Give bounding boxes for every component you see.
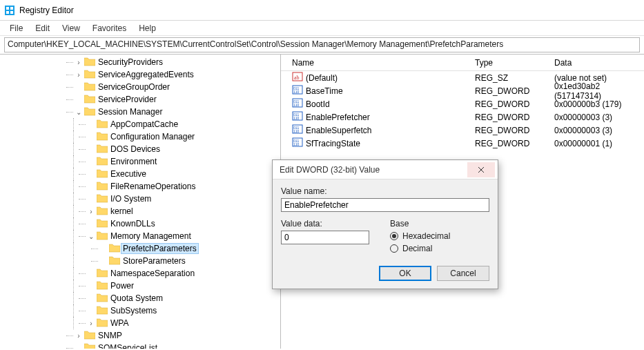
chevron-right-icon[interactable]: ›: [75, 332, 83, 340]
folder-icon: [97, 193, 108, 205]
base-label: Base: [390, 219, 450, 229]
folder-icon: [97, 218, 108, 230]
tree-node[interactable]: KnownDLLs: [69, 217, 280, 230]
tree-node[interactable]: NamespaceSeparation: [69, 267, 280, 280]
tree-node[interactable]: I/O System: [69, 193, 280, 205]
value-name-input[interactable]: [281, 198, 489, 212]
tree-node[interactable]: ›ServiceAggregatedEvents: [69, 68, 280, 81]
tree-label: AppCompatCache: [109, 119, 179, 129]
tree-label: ServiceAggregatedEvents: [97, 70, 195, 79]
tree-node[interactable]: ⌄Memory Management: [69, 230, 280, 242]
folder-icon: [97, 168, 108, 180]
value-row[interactable]: 011110EnablePrefetcherREG_DWORD0x0000000…: [281, 110, 644, 124]
value-row[interactable]: 011110SfTracingStateREG_DWORD0x00000001 …: [281, 137, 644, 150]
svg-text:110: 110: [293, 129, 300, 133]
menu-view[interactable]: View: [62, 23, 80, 33]
menu-favorites[interactable]: Favorites: [92, 23, 126, 33]
address-bar[interactable]: Computer\HKEY_LOCAL_MACHINE\SYSTEM\Curre…: [4, 37, 640, 52]
dialog-titlebar[interactable]: Edit DWORD (32-bit) Value: [273, 160, 498, 179]
value-data: 0x00000003 (3): [554, 113, 644, 122]
chevron-down-icon[interactable]: ⌄: [75, 108, 83, 116]
tree-node[interactable]: SubSystems: [69, 304, 280, 317]
tree-node[interactable]: FileRenameOperations: [69, 180, 280, 193]
value-row[interactable]: 011110BaseTimeREG_DWORD0x1ed30ab2 (51714…: [281, 84, 644, 97]
registry-tree[interactable]: ›SecurityProviders›ServiceAggregatedEven…: [0, 55, 281, 349]
tree-label: StoreParameters: [121, 256, 187, 266]
ok-button[interactable]: OK: [379, 266, 431, 281]
tree-label: Power: [109, 281, 135, 291]
folder-icon: [97, 181, 108, 193]
tree-label: Memory Management: [109, 231, 193, 241]
tree-node[interactable]: Power: [69, 280, 280, 292]
value-data-input[interactable]: [281, 231, 369, 244]
svg-text:ab: ab: [294, 75, 300, 81]
chevron-down-icon[interactable]: ⌄: [87, 233, 95, 240]
tree-node[interactable]: Executive: [69, 168, 280, 180]
value-row[interactable]: 011110EnableSuperfetchREG_DWORD0x0000000…: [281, 124, 644, 137]
col-name-header[interactable]: Name: [292, 58, 475, 68]
tree-label: WPA: [109, 318, 130, 328]
tree-node[interactable]: DOS Devices: [69, 143, 280, 155]
edit-dword-dialog: Edit DWORD (32-bit) Value Value name: Va…: [272, 159, 498, 289]
tree-label: NamespaceSeparation: [109, 269, 196, 278]
folder-icon: [97, 318, 108, 329]
value-type: REG_DWORD: [475, 99, 554, 109]
tree-node[interactable]: AppCompatCache: [69, 118, 280, 130]
dword-value-icon: 011110: [292, 137, 303, 150]
col-type-header[interactable]: Type: [475, 58, 554, 68]
tree-node[interactable]: ›SecurityProviders: [69, 56, 280, 68]
tree-node[interactable]: ServiceProvider: [69, 93, 280, 106]
tree-label: ServiceGroupOrder: [97, 82, 171, 92]
value-name: BaseTime: [306, 86, 343, 96]
chevron-right-icon[interactable]: ›: [75, 59, 83, 66]
menu-edit[interactable]: Edit: [35, 23, 50, 33]
tree-node[interactable]: SQMServiceList: [69, 342, 280, 349]
tree-node[interactable]: Quota System: [69, 292, 280, 304]
list-header: Name Type Data: [281, 55, 644, 71]
chevron-right-icon[interactable]: ›: [87, 208, 95, 215]
svg-text:110: 110: [293, 103, 300, 107]
tree-label: Environment: [109, 157, 158, 166]
dialog-close-button[interactable]: [467, 162, 495, 177]
tree-node[interactable]: ⌄Session Manager: [69, 106, 280, 118]
dword-value-icon: 011110: [292, 84, 303, 97]
menu-help[interactable]: Help: [139, 23, 156, 33]
radio-decimal[interactable]: Decimal: [390, 244, 450, 253]
value-row[interactable]: 011110BootIdREG_DWORD0x000000b3 (179): [281, 97, 644, 110]
tree-label: SubSystems: [109, 306, 158, 315]
folder-icon: [97, 131, 108, 143]
folder-icon: [97, 231, 108, 242]
value-data: 0x00000003 (3): [554, 126, 644, 135]
value-name: BootId: [306, 99, 330, 109]
dialog-title-text: Edit DWORD (32-bit) Value: [280, 165, 380, 175]
svg-text:110: 110: [293, 90, 300, 94]
folder-icon: [84, 342, 95, 349]
tree-node[interactable]: Environment: [69, 155, 280, 168]
dword-value-icon: 011110: [292, 124, 303, 137]
folder-icon: [109, 243, 120, 255]
radio-hexadecimal[interactable]: Hexadecimal: [390, 231, 450, 241]
value-data-label: Value data:: [281, 219, 369, 229]
tree-node[interactable]: PrefetchParameters: [69, 242, 280, 255]
col-data-header[interactable]: Data: [554, 58, 644, 68]
value-data: 0x000000b3 (179): [554, 99, 644, 109]
tree-label: SQMServiceList: [97, 343, 159, 349]
tree-node[interactable]: ›SNMP: [69, 329, 280, 342]
tree-node[interactable]: Configuration Manager: [69, 130, 280, 143]
tree-label: kernel: [109, 206, 135, 216]
tree-node[interactable]: ServiceGroupOrder: [69, 81, 280, 93]
folder-icon: [97, 305, 108, 317]
window-titlebar: Registry Editor: [0, 0, 644, 21]
tree-node[interactable]: StoreParameters: [69, 255, 280, 267]
chevron-right-icon[interactable]: ›: [75, 71, 83, 79]
tree-node[interactable]: ›kernel: [69, 205, 280, 217]
svg-rect-4: [10, 11, 13, 14]
tree-node[interactable]: ›WPA: [69, 317, 280, 329]
value-name-label: Value name:: [281, 186, 489, 196]
value-data: 0x1ed30ab2 (517147314): [554, 81, 644, 101]
tree-label: DOS Devices: [109, 144, 162, 154]
menu-file[interactable]: File: [10, 23, 23, 33]
tree-label: SNMP: [97, 331, 124, 340]
chevron-right-icon[interactable]: ›: [87, 320, 95, 327]
cancel-button[interactable]: Cancel: [437, 266, 489, 281]
